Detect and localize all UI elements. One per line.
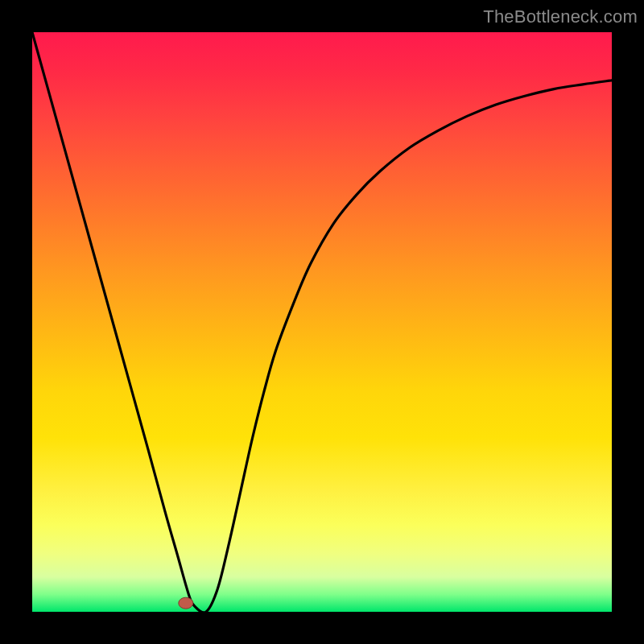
minimum-marker — [179, 597, 193, 609]
bottleneck-curve — [32, 32, 612, 612]
chart-frame: TheBottleneck.com — [0, 0, 644, 644]
watermark-text: TheBottleneck.com — [483, 6, 638, 27]
curve-svg — [32, 32, 612, 612]
plot-area — [32, 32, 612, 612]
